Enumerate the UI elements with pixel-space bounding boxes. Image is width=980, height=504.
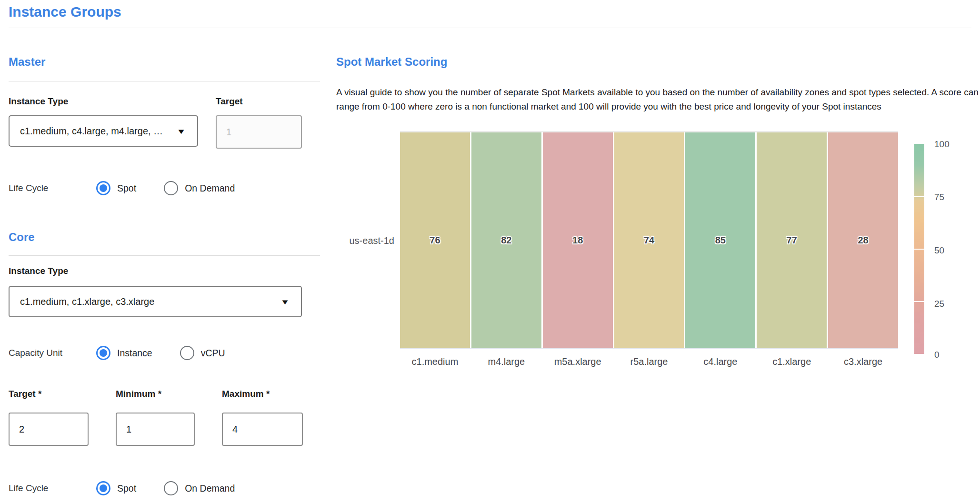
instance-groups-page: Instance Groups Master Instance Type c1.… (0, 0, 980, 504)
core-minimum-label: Minimum * (116, 389, 161, 399)
colorbar-gradient (914, 144, 924, 354)
core-instance-type-dropdown[interactable]: c1.medium, c1.xlarge, c3.xlarge ▼ (9, 286, 302, 317)
core-capacity-radio-vcpu[interactable] (180, 346, 194, 360)
master-divider (9, 81, 320, 81)
colorbar-tick-75: 75 (934, 191, 963, 203)
core-instance-type-label: Instance Type (9, 266, 68, 276)
heatmap-cell-value: 74 (644, 235, 654, 246)
heatmap-cell: 77 (757, 132, 827, 348)
heatmap-column-label: c3.xlarge (828, 356, 898, 367)
heatmap-cell-value: 77 (787, 235, 797, 246)
spot-market-heatmap: 76 82 18 74 85 77 28 (400, 131, 898, 349)
core-instance-type-value: c1.medium, c1.xlarge, c3.xlarge (20, 296, 154, 307)
core-lifecycle-radio-on-demand[interactable] (164, 481, 178, 495)
core-capacity-vcpu-label[interactable]: vCPU (201, 348, 225, 359)
colorbar-tick-25: 25 (934, 298, 963, 310)
heatmap-row-label: us-east-1d (333, 235, 394, 246)
colorbar-separator (914, 249, 924, 250)
master-lifecycle-on-demand-label[interactable]: On Demand (185, 183, 235, 194)
master-lifecycle-label: Life Cycle (9, 183, 96, 193)
core-capacity-unit-group: Capacity Unit Instance vCPU (9, 345, 313, 361)
core-capacity-instance-label[interactable]: Instance (117, 348, 152, 359)
master-target-input[interactable] (216, 115, 302, 149)
colorbar-tick-100: 100 (934, 138, 963, 151)
colorbar-separator (914, 196, 924, 197)
master-lifecycle-radio-spot[interactable] (96, 181, 110, 195)
heatmap-cell: 85 (685, 132, 755, 348)
master-target-label: Target (216, 96, 243, 107)
master-lifecycle-spot-label[interactable]: Spot (117, 183, 136, 194)
page-title: Instance Groups (9, 4, 121, 20)
heatmap-column-label: m5a.xlarge (543, 356, 613, 367)
core-lifecycle-label: Life Cycle (9, 483, 96, 494)
title-divider (9, 28, 971, 28)
heatmap-cell-value: 18 (572, 235, 583, 246)
heatmap-column-label: r5a.large (614, 356, 684, 367)
core-lifecycle-on-demand-label[interactable]: On Demand (185, 483, 235, 494)
core-capacity-radio-instance[interactable] (96, 346, 110, 360)
heatmap-cell: 76 (400, 132, 470, 348)
core-divider (9, 255, 320, 256)
core-section-heading: Core (9, 231, 35, 244)
heatmap-cell-value: 85 (715, 235, 726, 246)
core-minimum-input[interactable] (116, 413, 195, 446)
core-target-input[interactable] (9, 413, 89, 446)
master-instance-type-value: c1.medium, c4.large, m4.large, … (20, 126, 163, 137)
core-maximum-input[interactable] (222, 413, 303, 446)
core-maximum-label: Maximum * (222, 389, 270, 399)
heatmap-column-label: m4.large (471, 356, 541, 367)
heatmap-cell: 28 (828, 132, 898, 348)
spot-market-description: A visual guide to show you the number of… (336, 85, 980, 114)
heatmap-cell-value: 76 (430, 235, 440, 246)
master-instance-type-dropdown[interactable]: c1.medium, c4.large, m4.large, … ▼ (9, 115, 198, 147)
heatmap-column-labels: c1.medium m4.large m5a.xlarge r5a.large … (400, 356, 898, 367)
chevron-down-icon: ▼ (177, 127, 186, 135)
master-section-heading: Master (9, 55, 45, 69)
spot-market-scoring-heading: Spot Market Scoring (336, 55, 447, 69)
colorbar-tick-0: 0 (934, 349, 963, 361)
core-target-label: Target * (9, 389, 41, 399)
chevron-down-icon: ▼ (280, 298, 290, 306)
heatmap-cell: 18 (543, 132, 613, 348)
heatmap-column-label: c1.medium (400, 356, 470, 367)
heatmap-cell: 82 (471, 132, 541, 348)
master-lifecycle-radio-on-demand[interactable] (164, 181, 178, 195)
colorbar-separator (914, 301, 924, 302)
heatmap-cell-value: 28 (858, 235, 868, 246)
heatmap-column-label: c4.large (685, 356, 755, 367)
heatmap-cell-value: 82 (501, 235, 511, 246)
master-instance-type-label: Instance Type (9, 96, 68, 107)
heatmap-cell: 74 (614, 132, 684, 348)
core-capacity-unit-label: Capacity Unit (9, 348, 96, 358)
core-lifecycle-spot-label[interactable]: Spot (117, 483, 136, 494)
core-lifecycle-radio-spot[interactable] (96, 481, 110, 495)
colorbar-tick-50: 50 (934, 244, 963, 257)
master-lifecycle-group: Life Cycle Spot On Demand (9, 180, 313, 196)
heatmap-column-label: c1.xlarge (757, 356, 827, 367)
core-lifecycle-group: Life Cycle Spot On Demand (9, 480, 313, 496)
